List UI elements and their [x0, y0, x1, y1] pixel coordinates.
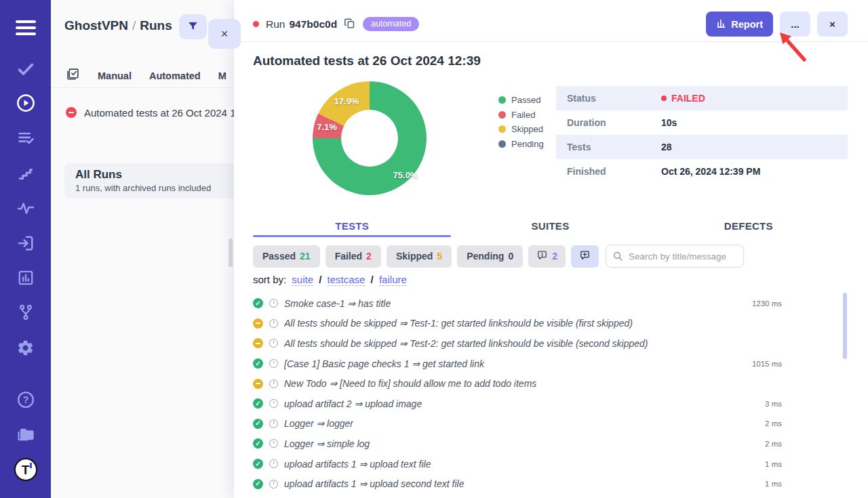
stat-row: Duration 10s [556, 110, 848, 135]
test-duration: 1 ms [765, 480, 782, 488]
funnel-icon [186, 20, 199, 35]
logo-icon[interactable]: T [14, 458, 37, 481]
chart-label-passed: 75.0% [393, 170, 418, 180]
sort-by-testcase[interactable]: testcase [328, 274, 366, 286]
stat-value-status: FAILED [661, 93, 705, 104]
test-row[interactable]: New Todo ⇒ [Need to fix] should allow me… [253, 373, 848, 394]
pulse-icon[interactable] [14, 196, 37, 220]
run-detail-header: Run 947b0c0d automated Report ... × [234, 0, 868, 42]
run-id: 947b0c0d [289, 18, 337, 30]
import-icon[interactable] [14, 232, 37, 255]
stat-row: Finished Oct 26, 2024 12:39 PM [556, 159, 848, 184]
tab-suites[interactable]: SUITES [451, 214, 649, 237]
help-icon[interactable]: ? [14, 388, 37, 411]
filter-pending-button[interactable]: Pending0 [457, 245, 523, 268]
steps-icon[interactable] [14, 162, 37, 185]
tests-icon[interactable] [14, 58, 37, 81]
close-button[interactable]: × [817, 12, 848, 37]
filter-button[interactable] [179, 14, 207, 39]
test-row[interactable]: All tests should be skipped ⇒ Test-2: ge… [253, 333, 848, 354]
all-runs-card[interactable]: All Runs 1 runs, with archived runs incl… [64, 163, 234, 199]
test-duration: 2 ms [765, 419, 782, 428]
legend-dot-passed [498, 96, 506, 104]
breadcrumb-section: Runs [140, 18, 172, 33]
test-list-scrollbar[interactable] [843, 293, 847, 359]
test-row[interactable]: upload artifacts 1 ⇒ upload text file 1 … [253, 454, 848, 474]
breadcrumb-project[interactable]: GhostVPN [64, 18, 128, 33]
stat-value: Oct 26, 2024 12:39 PM [661, 166, 760, 177]
legend-label: Pending [511, 139, 544, 149]
clock-icon [269, 439, 278, 448]
test-row[interactable]: [Case 1] Basic page checks 1 ⇒ get start… [253, 354, 848, 374]
test-title[interactable]: upload artifact 2 ⇒ upload image [284, 398, 422, 409]
legend-item: Passed [498, 93, 544, 108]
panel-close-tab-button[interactable]: × [208, 19, 241, 49]
test-row[interactable]: All tests should be skipped ⇒ Test-1: ge… [253, 314, 848, 334]
clock-icon [269, 299, 278, 308]
clock-icon [269, 399, 278, 408]
test-row[interactable]: Logger ⇒ simple log 2 ms [253, 434, 848, 454]
test-title[interactable]: upload artifacts 1 ⇒ upload second text … [284, 478, 464, 489]
skipped-icon [253, 379, 263, 389]
filter-row: Passed21 Failed2 Skipped5 Pending0 2 [253, 245, 744, 268]
projects-icon[interactable] [14, 423, 37, 446]
branches-icon[interactable] [14, 301, 37, 324]
more-button[interactable]: ... [780, 12, 810, 37]
report-button[interactable]: Report [706, 12, 773, 37]
sort-by-suite[interactable]: suite [292, 274, 313, 286]
suites-icon[interactable] [14, 127, 37, 150]
passed-icon [253, 479, 263, 489]
test-title[interactable]: [Case 1] Basic page checks 1 ⇒ get start… [284, 358, 484, 369]
runs-tab-mixed[interactable]: M [218, 70, 226, 81]
stat-row: Status FAILED [556, 86, 848, 110]
test-row[interactable]: Smoke case-1 ⇒ has title 1230 ms [253, 293, 848, 314]
test-title[interactable]: upload artifacts 1 ⇒ upload text file [284, 459, 431, 470]
settings-icon[interactable] [14, 336, 37, 359]
passed-icon [253, 438, 263, 449]
sort-by-failure[interactable]: failure [379, 274, 407, 286]
copy-run-id-button[interactable] [343, 17, 356, 32]
filter-skipped-button[interactable]: Skipped5 [387, 245, 452, 268]
stat-value: 28 [661, 142, 672, 152]
chart-legend: Passed Failed Skipped Pending [498, 93, 544, 151]
test-title[interactable]: All tests should be skipped ⇒ Test-2: ge… [284, 338, 648, 349]
tab-tests[interactable]: TESTS [253, 214, 451, 237]
pending-count: 0 [508, 251, 513, 262]
checklist-icon[interactable] [66, 67, 80, 84]
test-title[interactable]: New Todo ⇒ [Need to fix] should allow me… [284, 378, 536, 389]
filter-comments-button[interactable]: 2 [528, 245, 566, 268]
test-title[interactable]: Smoke case-1 ⇒ has title [284, 298, 391, 309]
menu-icon[interactable] [14, 16, 37, 39]
reports-icon[interactable] [14, 266, 37, 289]
passed-icon [253, 459, 263, 469]
test-title[interactable]: Logger ⇒ simple log [284, 438, 370, 449]
tab-defects[interactable]: DEFECTS [650, 214, 848, 237]
stat-row: Tests 28 [556, 135, 848, 159]
test-title[interactable]: Logger ⇒ logger [284, 418, 353, 429]
filter-failed-button[interactable]: Failed2 [326, 245, 381, 268]
search-input[interactable] [606, 245, 744, 268]
runs-icon[interactable] [14, 91, 37, 115]
runs-tabs: Manual Automated M [51, 64, 234, 88]
runs-panel-scrollbar[interactable] [229, 238, 233, 267]
legend-item: Pending [498, 137, 544, 152]
test-title[interactable]: All tests should be skipped ⇒ Test-1: ge… [284, 318, 633, 329]
test-row[interactable]: Logger ⇒ logger 2 ms [253, 414, 848, 434]
all-runs-subtitle: 1 runs, with archived runs included [75, 183, 234, 193]
passed-icon [253, 358, 263, 369]
run-list-item[interactable]: Automated tests at 26 Oct 2024 12:39 [51, 101, 234, 124]
passed-icon [253, 298, 263, 308]
runs-tab-manual[interactable]: Manual [98, 70, 132, 81]
filter-passed-button[interactable]: Passed21 [253, 245, 320, 268]
sidebar: ? T [0, 0, 51, 498]
skipped-count: 5 [437, 251, 442, 262]
test-duration: 1 ms [765, 460, 782, 468]
clock-icon [269, 339, 278, 348]
runs-tab-automated[interactable]: Automated [149, 70, 201, 81]
test-row[interactable]: upload artifact 2 ⇒ upload image 3 ms [253, 394, 848, 414]
comments-count: 2 [552, 251, 557, 262]
test-list: Smoke case-1 ⇒ has title 1230 ms All tes… [253, 293, 848, 494]
run-list-item-title[interactable]: Automated tests at 26 Oct 2024 12:39 [84, 107, 234, 119]
test-row[interactable]: upload artifacts 1 ⇒ upload second text … [253, 474, 848, 494]
add-comment-filter-button[interactable] [571, 245, 599, 268]
